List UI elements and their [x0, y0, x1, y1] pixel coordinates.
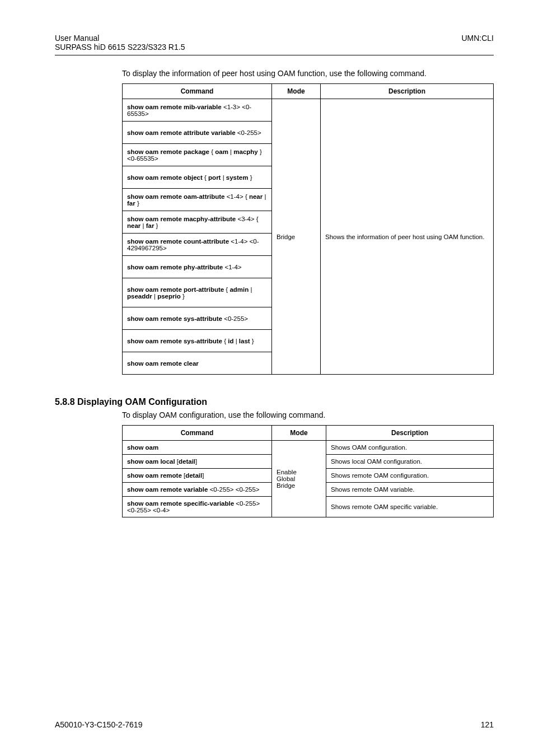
page-header: User ManualSURPASS hiD 6615 S223/S323 R1… — [55, 34, 494, 55]
th-mode: Mode — [272, 84, 321, 99]
header-left-line2: SURPASS hiD 6615 S223/S323 R1.5 — [55, 43, 185, 52]
cmd-cell: show oam remote package { oam | macphy }… — [123, 144, 272, 166]
footer-pagenum: 121 — [481, 720, 494, 729]
cmd-cell: show oam — [123, 441, 272, 455]
mode-cell: Enable Global Bridge — [272, 441, 326, 517]
intro-text-1: To display the information of peer host … — [122, 69, 494, 78]
th-description: Description — [326, 426, 494, 441]
desc-cell: Shows OAM configuration. — [326, 441, 494, 455]
desc-cell: Shows remote OAM specific variable. — [326, 497, 494, 517]
cmd-cell: show oam remote mib-variable <1-3> <0-65… — [123, 99, 272, 122]
cmd-cell: show oam remote oam-attribute <1-4> { ne… — [123, 189, 272, 211]
intro-text-2: To display OAM configuration, use the fo… — [122, 410, 494, 419]
header-left: User ManualSURPASS hiD 6615 S223/S323 R1… — [55, 34, 185, 52]
cmd-cell: show oam remote port-attribute { admin |… — [123, 278, 272, 307]
th-command: Command — [123, 426, 272, 441]
cmd-cell: show oam local [detail] — [123, 455, 272, 469]
th-mode: Mode — [272, 426, 326, 441]
desc-cell: Shows the information of peer host using… — [321, 99, 494, 375]
cmd-cell: show oam remote specific-variable <0-255… — [123, 497, 272, 517]
mode-cell: Bridge — [272, 99, 321, 375]
section-heading: 5.8.8 Displaying OAM Configuration — [55, 397, 494, 407]
cmd-cell: show oam remote macphy-attribute <3-4> {… — [123, 211, 272, 234]
page-footer: A50010-Y3-C150-2-7619 121 — [55, 720, 494, 729]
th-description: Description — [321, 84, 494, 99]
cmd-cell: show oam remote variable <0-255> <0-255> — [123, 483, 272, 497]
th-command: Command — [123, 84, 272, 99]
command-table-2: Command Mode Description show oam Enable… — [122, 425, 494, 517]
cmd-cell: show oam remote clear — [123, 352, 272, 375]
cmd-cell: show oam remote object { port | system } — [123, 166, 272, 189]
desc-cell: Shows local OAM configuration. — [326, 455, 494, 469]
cmd-cell: show oam remote phy-attribute <1-4> — [123, 256, 272, 278]
cmd-cell: show oam remote [detail] — [123, 469, 272, 483]
desc-cell: Shows remote OAM configuration. — [326, 469, 494, 483]
header-right: UMN:CLI — [461, 34, 494, 52]
command-table-1: Command Mode Description show oam remote… — [122, 83, 494, 375]
header-left-line1: User Manual — [55, 34, 99, 43]
footer-left: A50010-Y3-C150-2-7619 — [55, 720, 142, 729]
cmd-cell: show oam remote sys-attribute { id | las… — [123, 330, 272, 352]
cmd-cell: show oam remote sys-attribute <0-255> — [123, 307, 272, 330]
cmd-cell: show oam remote attribute variable <0-25… — [123, 122, 272, 144]
cmd-cell: show oam remote count-attribute <1-4> <0… — [123, 234, 272, 256]
desc-cell: Shows remote OAM variable. — [326, 483, 494, 497]
